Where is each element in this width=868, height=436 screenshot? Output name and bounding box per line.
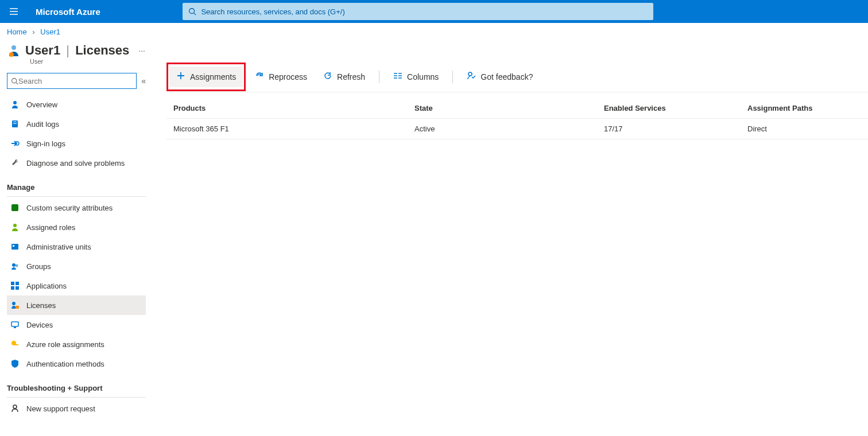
sidebar-item-csa[interactable]: Custom security attributes <box>7 198 146 217</box>
hamburger-icon <box>9 7 18 16</box>
sidebar-search[interactable] <box>7 73 137 89</box>
org-icon <box>10 242 20 251</box>
feedback-button[interactable]: Got feedback? <box>460 67 540 87</box>
sidebar-item-label: Overview <box>26 100 57 109</box>
licenses-table: Products State Enabled Services Assignme… <box>166 98 868 139</box>
search-icon <box>188 7 196 15</box>
sidebar-item-label: Authentication methods <box>26 360 104 368</box>
sidebar-item-label: Applications <box>26 282 67 290</box>
refresh-button[interactable]: Refresh <box>316 67 372 87</box>
global-search[interactable] <box>183 3 653 20</box>
svg-rect-19 <box>11 286 14 290</box>
sidebar-item-overview[interactable]: Overview <box>7 95 146 114</box>
cell-state: Active <box>414 124 604 133</box>
toolbar-label: Reprocess <box>269 72 307 81</box>
sidebar-item-label: Diagnose and solve problems <box>26 159 125 168</box>
sidebar-item-label: Azure role assignments <box>26 340 104 349</box>
cell-enabled-services: 17/17 <box>604 124 747 133</box>
reprocess-icon <box>255 71 264 82</box>
columns-icon <box>393 72 402 81</box>
col-state[interactable]: State <box>414 104 604 112</box>
svg-point-27 <box>13 405 17 408</box>
divider <box>7 196 146 197</box>
global-search-input[interactable] <box>201 7 648 16</box>
svg-line-5 <box>16 82 18 84</box>
sidebar-item-auth-methods[interactable]: Authentication methods <box>7 354 146 373</box>
sidebar-item-audit-logs[interactable]: Audit logs <box>7 114 146 134</box>
svg-point-3 <box>9 52 14 57</box>
sidebar-item-devices[interactable]: Devices <box>7 315 146 334</box>
hamburger-menu[interactable] <box>0 7 28 16</box>
roles-icon <box>10 223 20 232</box>
license-icon <box>10 301 20 310</box>
content-area: Assignments Reprocess Refresh Columns Go… <box>153 38 868 418</box>
sidebar-item-label: Licenses <box>26 301 56 310</box>
toolbar-label: Got feedback? <box>480 72 533 81</box>
book-icon <box>10 119 20 129</box>
sidebar-item-diagnose[interactable]: Diagnose and solve problems <box>7 153 146 173</box>
breadcrumb-user[interactable]: User1 <box>40 28 60 36</box>
assignments-button[interactable]: Assignments <box>169 67 243 87</box>
command-bar: Assignments Reprocess Refresh Columns Go… <box>166 61 868 92</box>
page-subtitle: User <box>30 58 146 65</box>
breadcrumb-home[interactable]: Home <box>7 28 27 36</box>
brand-label: Microsoft Azure <box>36 7 100 17</box>
sidebar-item-label: Devices <box>26 321 53 329</box>
svg-rect-26 <box>15 344 18 345</box>
cell-assignment-paths: Direct <box>747 124 861 133</box>
sidebar-item-label: Administrative units <box>26 243 91 251</box>
svg-point-12 <box>13 224 17 227</box>
plus-icon <box>176 71 185 82</box>
sidebar-item-support[interactable]: New support request <box>7 399 146 418</box>
svg-rect-22 <box>16 306 19 309</box>
collapse-sidebar[interactable]: « <box>141 76 146 85</box>
svg-point-0 <box>189 9 195 14</box>
svg-point-15 <box>12 263 16 267</box>
sidebar-item-azure-roles[interactable]: Azure role assignments <box>7 334 146 354</box>
cell-product: Microsoft 365 F1 <box>173 124 414 133</box>
svg-rect-24 <box>14 327 16 328</box>
table-row[interactable]: Microsoft 365 F1 Active 17/17 Direct <box>166 119 868 139</box>
sidebar-item-groups[interactable]: Groups <box>7 256 146 276</box>
sidebar-item-licenses[interactable]: Licenses <box>7 295 146 315</box>
svg-point-4 <box>12 78 17 83</box>
sidebar-item-label: Custom security attributes <box>26 204 113 212</box>
col-products[interactable]: Products <box>173 104 414 112</box>
toolbar-label: Assignments <box>190 72 236 81</box>
shield-icon <box>10 359 20 368</box>
svg-rect-13 <box>11 244 18 250</box>
sidebar-item-roles[interactable]: Assigned roles <box>7 217 146 237</box>
signin-icon <box>10 139 20 148</box>
sidebar-item-signin-logs[interactable]: Sign-in logs <box>7 134 146 153</box>
svg-rect-9 <box>13 123 17 124</box>
sidebar-item-applications[interactable]: Applications <box>7 276 146 295</box>
svg-rect-14 <box>13 245 14 247</box>
sidebar-search-input[interactable] <box>18 77 133 85</box>
col-enabled-services[interactable]: Enabled Services <box>604 104 747 112</box>
user-icon <box>10 100 20 109</box>
sidebar-item-admin-units[interactable]: Administrative units <box>7 237 146 256</box>
col-assignment-paths[interactable]: Assignment Paths <box>747 104 861 112</box>
search-icon <box>11 77 18 85</box>
groups-icon <box>10 262 20 271</box>
more-menu[interactable]: ··· <box>138 46 145 55</box>
toolbar-label: Columns <box>407 72 439 81</box>
columns-button[interactable]: Columns <box>386 67 445 87</box>
reprocess-button[interactable]: Reprocess <box>248 67 314 87</box>
svg-point-28 <box>468 72 472 76</box>
sidebar-item-label: Groups <box>26 262 51 271</box>
svg-point-6 <box>13 101 17 104</box>
sidebar-item-label: Assigned roles <box>26 223 75 232</box>
divider <box>379 71 379 83</box>
divider <box>7 397 146 398</box>
svg-rect-17 <box>11 282 14 285</box>
sidebar-item-label: Sign-in logs <box>26 139 65 148</box>
svg-rect-8 <box>13 122 17 122</box>
page-title: User1 | Licenses <box>25 43 129 58</box>
svg-point-21 <box>12 302 16 305</box>
breadcrumb: Home › User1 <box>0 23 868 38</box>
key-icon <box>10 340 20 349</box>
apps-icon <box>10 281 20 290</box>
toolbar-label: Refresh <box>337 72 365 81</box>
highlight-box: Assignments <box>166 63 246 91</box>
